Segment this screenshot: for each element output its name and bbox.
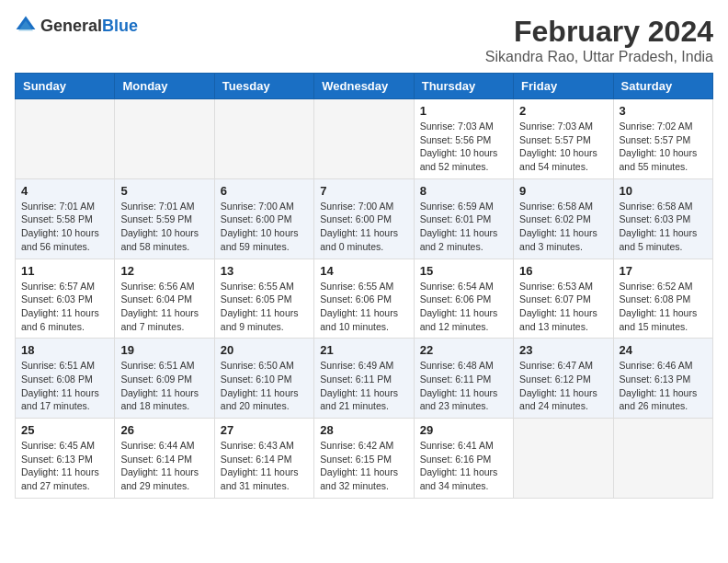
day-number: 25 [21, 423, 108, 437]
calendar-cell [214, 99, 313, 179]
day-number: 23 [519, 343, 607, 357]
month-year-title: February 2024 [485, 15, 713, 49]
calendar-cell: 9Sunrise: 6:58 AM Sunset: 6:02 PM Daylig… [514, 178, 613, 259]
day-info: Sunrise: 6:42 AM Sunset: 6:15 PM Dayligh… [320, 439, 407, 493]
day-number: 2 [519, 104, 607, 118]
day-info: Sunrise: 6:52 AM Sunset: 6:08 PM Dayligh… [620, 280, 707, 334]
day-number: 7 [320, 184, 407, 198]
day-number: 5 [120, 184, 208, 198]
calendar-cell: 3Sunrise: 7:02 AM Sunset: 5:57 PM Daylig… [613, 99, 712, 179]
day-number: 4 [21, 184, 108, 198]
day-number: 9 [519, 184, 607, 198]
day-number: 20 [221, 343, 308, 357]
calendar-cell: 16Sunrise: 6:53 AM Sunset: 6:07 PM Dayli… [514, 259, 613, 339]
day-number: 13 [221, 264, 308, 278]
day-info: Sunrise: 6:56 AM Sunset: 6:04 PM Dayligh… [120, 280, 208, 334]
calendar-cell: 8Sunrise: 6:59 AM Sunset: 6:01 PM Daylig… [414, 178, 513, 259]
weekday-header: Friday [514, 74, 613, 99]
day-info: Sunrise: 7:00 AM Sunset: 6:00 PM Dayligh… [221, 200, 308, 254]
calendar-cell: 6Sunrise: 7:00 AM Sunset: 6:00 PM Daylig… [214, 178, 313, 259]
weekday-header: Saturday [613, 74, 712, 99]
day-info: Sunrise: 6:47 AM Sunset: 6:12 PM Dayligh… [519, 359, 607, 413]
location-subtitle: Sikandra Rao, Uttar Pradesh, India [485, 49, 713, 65]
calendar-cell: 11Sunrise: 6:57 AM Sunset: 6:03 PM Dayli… [16, 259, 115, 339]
calendar-cell: 29Sunrise: 6:41 AM Sunset: 6:16 PM Dayli… [414, 419, 513, 499]
day-info: Sunrise: 6:44 AM Sunset: 6:14 PM Dayligh… [120, 439, 208, 493]
day-info: Sunrise: 6:59 AM Sunset: 6:01 PM Dayligh… [420, 200, 507, 254]
calendar-cell: 18Sunrise: 6:51 AM Sunset: 6:08 PM Dayli… [16, 339, 115, 419]
day-info: Sunrise: 7:00 AM Sunset: 6:00 PM Dayligh… [320, 200, 407, 254]
calendar-table: SundayMondayTuesdayWednesdayThursdayFrid… [15, 73, 713, 499]
day-number: 16 [519, 264, 607, 278]
day-number: 29 [420, 423, 507, 437]
day-info: Sunrise: 7:02 AM Sunset: 5:57 PM Dayligh… [620, 120, 707, 174]
day-info: Sunrise: 6:55 AM Sunset: 6:06 PM Dayligh… [320, 280, 407, 334]
calendar-cell: 22Sunrise: 6:48 AM Sunset: 6:11 PM Dayli… [414, 339, 513, 419]
calendar-cell [514, 419, 613, 499]
day-info: Sunrise: 6:51 AM Sunset: 6:08 PM Dayligh… [21, 359, 108, 413]
calendar-week-row: 25Sunrise: 6:45 AM Sunset: 6:13 PM Dayli… [16, 419, 713, 499]
calendar-week-row: 1Sunrise: 7:03 AM Sunset: 5:56 PM Daylig… [16, 99, 713, 179]
calendar-week-row: 4Sunrise: 7:01 AM Sunset: 5:58 PM Daylig… [16, 178, 713, 259]
day-number: 12 [120, 264, 208, 278]
day-info: Sunrise: 6:55 AM Sunset: 6:05 PM Dayligh… [221, 280, 308, 334]
day-info: Sunrise: 7:01 AM Sunset: 5:58 PM Dayligh… [21, 200, 108, 254]
calendar-week-row: 11Sunrise: 6:57 AM Sunset: 6:03 PM Dayli… [16, 259, 713, 339]
calendar-cell: 23Sunrise: 6:47 AM Sunset: 6:12 PM Dayli… [514, 339, 613, 419]
calendar-cell: 15Sunrise: 6:54 AM Sunset: 6:06 PM Dayli… [414, 259, 513, 339]
day-info: Sunrise: 6:58 AM Sunset: 6:02 PM Dayligh… [519, 200, 607, 254]
day-info: Sunrise: 7:01 AM Sunset: 5:59 PM Dayligh… [120, 200, 208, 254]
day-number: 26 [120, 423, 208, 437]
weekday-header: Monday [115, 74, 214, 99]
day-info: Sunrise: 6:57 AM Sunset: 6:03 PM Dayligh… [21, 280, 108, 334]
calendar-cell: 13Sunrise: 6:55 AM Sunset: 6:05 PM Dayli… [214, 259, 313, 339]
day-number: 17 [620, 264, 707, 278]
day-number: 3 [620, 104, 707, 118]
day-number: 19 [120, 343, 208, 357]
calendar-cell: 19Sunrise: 6:51 AM Sunset: 6:09 PM Dayli… [115, 339, 214, 419]
logo-icon [15, 15, 37, 37]
day-number: 28 [320, 423, 407, 437]
day-number: 18 [21, 343, 108, 357]
calendar-cell: 12Sunrise: 6:56 AM Sunset: 6:04 PM Dayli… [115, 259, 214, 339]
day-number: 15 [420, 264, 507, 278]
calendar-cell: 24Sunrise: 6:46 AM Sunset: 6:13 PM Dayli… [613, 339, 712, 419]
calendar-cell: 1Sunrise: 7:03 AM Sunset: 5:56 PM Daylig… [414, 99, 513, 179]
day-info: Sunrise: 6:46 AM Sunset: 6:13 PM Dayligh… [620, 359, 707, 413]
calendar-cell: 26Sunrise: 6:44 AM Sunset: 6:14 PM Dayli… [115, 419, 214, 499]
day-info: Sunrise: 6:41 AM Sunset: 6:16 PM Dayligh… [420, 439, 507, 493]
day-number: 14 [320, 264, 407, 278]
calendar-cell: 17Sunrise: 6:52 AM Sunset: 6:08 PM Dayli… [613, 259, 712, 339]
calendar-cell: 14Sunrise: 6:55 AM Sunset: 6:06 PM Dayli… [314, 259, 414, 339]
day-number: 24 [620, 343, 707, 357]
logo-blue: Blue [102, 17, 138, 35]
day-info: Sunrise: 6:53 AM Sunset: 6:07 PM Dayligh… [519, 280, 607, 334]
calendar-cell: 20Sunrise: 6:50 AM Sunset: 6:10 PM Dayli… [214, 339, 313, 419]
day-number: 8 [420, 184, 507, 198]
day-info: Sunrise: 6:49 AM Sunset: 6:11 PM Dayligh… [320, 359, 407, 413]
weekday-header: Tuesday [214, 74, 313, 99]
page-header: GeneralBlue February 2024 Sikandra Rao, … [15, 15, 713, 65]
calendar-cell [613, 419, 712, 499]
calendar-cell: 27Sunrise: 6:43 AM Sunset: 6:14 PM Dayli… [214, 419, 313, 499]
day-info: Sunrise: 6:50 AM Sunset: 6:10 PM Dayligh… [221, 359, 308, 413]
calendar-week-row: 18Sunrise: 6:51 AM Sunset: 6:08 PM Dayli… [16, 339, 713, 419]
calendar-cell: 7Sunrise: 7:00 AM Sunset: 6:00 PM Daylig… [314, 178, 414, 259]
calendar-cell: 4Sunrise: 7:01 AM Sunset: 5:58 PM Daylig… [16, 178, 115, 259]
calendar-cell: 10Sunrise: 6:58 AM Sunset: 6:03 PM Dayli… [613, 178, 712, 259]
day-info: Sunrise: 6:43 AM Sunset: 6:14 PM Dayligh… [221, 439, 308, 493]
day-number: 10 [620, 184, 707, 198]
weekday-header: Wednesday [314, 74, 414, 99]
day-info: Sunrise: 7:03 AM Sunset: 5:57 PM Dayligh… [519, 120, 607, 174]
day-number: 11 [21, 264, 108, 278]
logo: GeneralBlue [15, 15, 138, 37]
day-number: 1 [420, 104, 507, 118]
calendar-cell [314, 99, 414, 179]
calendar-header-row: SundayMondayTuesdayWednesdayThursdayFrid… [16, 74, 713, 99]
day-info: Sunrise: 6:48 AM Sunset: 6:11 PM Dayligh… [420, 359, 507, 413]
calendar-cell: 25Sunrise: 6:45 AM Sunset: 6:13 PM Dayli… [16, 419, 115, 499]
day-info: Sunrise: 7:03 AM Sunset: 5:56 PM Dayligh… [420, 120, 507, 174]
weekday-header: Thursday [414, 74, 513, 99]
calendar-cell: 21Sunrise: 6:49 AM Sunset: 6:11 PM Dayli… [314, 339, 414, 419]
logo-general: General [40, 17, 102, 35]
